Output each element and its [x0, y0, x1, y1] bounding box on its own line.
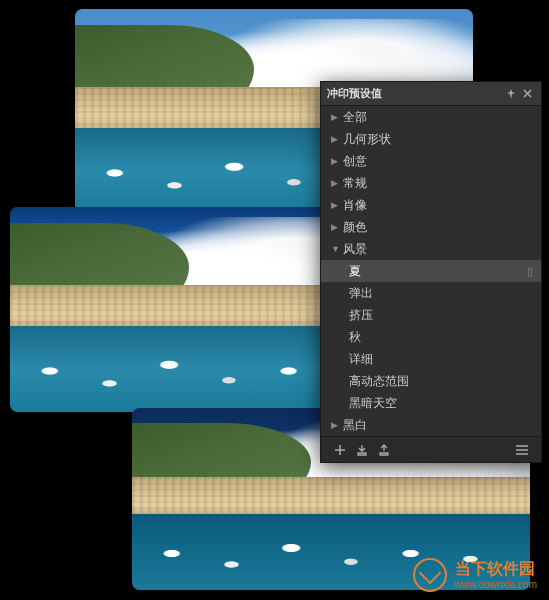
preset-popout[interactable]: 弹出: [321, 282, 541, 304]
category-general[interactable]: ▶常规: [321, 172, 541, 194]
watermark-logo-icon: [413, 558, 447, 592]
presets-panel: 冲印预设值 ▶全部 ▶几何形状 ▶创意 ▶常规 ▶肖像 ▶颜色 ▼风景 夏▯ 弹…: [320, 81, 542, 463]
category-color[interactable]: ▶颜色: [321, 216, 541, 238]
category-geometry[interactable]: ▶几何形状: [321, 128, 541, 150]
preset-detail[interactable]: 详细: [321, 348, 541, 370]
add-button[interactable]: [329, 440, 351, 460]
import-button[interactable]: [351, 440, 373, 460]
panel-title: 冲印预设值: [327, 86, 503, 101]
chevron-right-icon: ▶: [331, 200, 343, 210]
export-button[interactable]: [373, 440, 395, 460]
delete-icon[interactable]: ▯: [527, 266, 533, 277]
chevron-right-icon: ▶: [331, 420, 343, 430]
category-portrait[interactable]: ▶肖像: [321, 194, 541, 216]
preset-list: ▶全部 ▶几何形状 ▶创意 ▶常规 ▶肖像 ▶颜色 ▼风景 夏▯ 弹出 挤压 秋…: [321, 106, 541, 436]
pin-icon[interactable]: [503, 86, 519, 102]
menu-icon[interactable]: [511, 440, 533, 460]
category-all[interactable]: ▶全部: [321, 106, 541, 128]
close-icon[interactable]: [519, 86, 535, 102]
chevron-down-icon: ▼: [331, 244, 343, 254]
chevron-right-icon: ▶: [331, 178, 343, 188]
preset-squeeze[interactable]: 挤压: [321, 304, 541, 326]
chevron-right-icon: ▶: [331, 156, 343, 166]
preset-summer[interactable]: 夏▯: [321, 260, 541, 282]
panel-footer: [321, 436, 541, 462]
chevron-right-icon: ▶: [331, 112, 343, 122]
preset-autumn[interactable]: 秋: [321, 326, 541, 348]
category-landscape[interactable]: ▼风景: [321, 238, 541, 260]
panel-header: 冲印预设值: [321, 82, 541, 106]
category-bw[interactable]: ▶黑白: [321, 414, 541, 436]
watermark: 当下软件园 www.downxia.com: [413, 558, 537, 592]
chevron-right-icon: ▶: [331, 134, 343, 144]
chevron-right-icon: ▶: [331, 222, 343, 232]
watermark-url: www.downxia.com: [455, 579, 537, 591]
category-creative[interactable]: ▶创意: [321, 150, 541, 172]
watermark-name: 当下软件园: [455, 559, 537, 578]
preset-dark-sky[interactable]: 黑暗天空: [321, 392, 541, 414]
preset-hdr[interactable]: 高动态范围: [321, 370, 541, 392]
